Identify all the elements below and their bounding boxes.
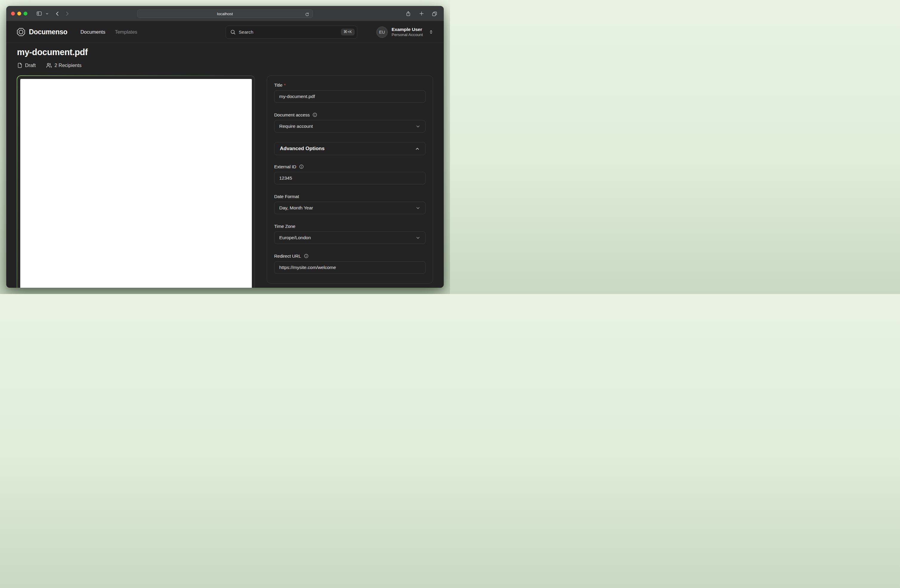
- search-input[interactable]: [239, 29, 338, 35]
- advanced-options-toggle[interactable]: Advanced Options: [274, 142, 425, 155]
- share-icon: [405, 11, 411, 17]
- app-header: Documenso Documents Templates ⌘+K EU Exa…: [6, 22, 444, 43]
- redirect-url-field-group: Redirect URL: [274, 254, 425, 274]
- document-access-label: Document access: [274, 112, 310, 118]
- title-field-label: Title: [274, 82, 282, 88]
- tab-overview-button[interactable]: [430, 9, 439, 18]
- chevrons-up-down-icon: [428, 29, 434, 34]
- status-label: Draft: [25, 63, 36, 68]
- document-preview-card: [17, 75, 255, 288]
- chevron-down-icon: [416, 235, 421, 240]
- title-input[interactable]: [274, 90, 425, 103]
- close-window-button[interactable]: [11, 12, 15, 15]
- chevron-down-icon: [416, 206, 421, 210]
- brand-name: Documenso: [29, 28, 67, 36]
- date-format-select[interactable]: Day, Month Year: [274, 202, 425, 214]
- time-zone-select[interactable]: Europe/London: [274, 231, 425, 244]
- brand[interactable]: Documenso: [16, 28, 67, 37]
- sidebar-icon: [36, 11, 42, 17]
- plus-icon: [419, 11, 424, 16]
- forward-button[interactable]: [62, 9, 71, 18]
- search-icon: [230, 29, 236, 35]
- new-tab-button[interactable]: [417, 9, 426, 18]
- address-bar-url: localhost: [217, 12, 233, 16]
- documenso-logo-icon: [16, 28, 26, 37]
- nav-item-templates[interactable]: Templates: [115, 29, 137, 35]
- redirect-url-input[interactable]: [274, 261, 425, 274]
- search-shortcut-badge: ⌘+K: [341, 29, 355, 36]
- chevron-up-icon: [415, 146, 420, 151]
- main-nav: Documents Templates: [81, 29, 137, 35]
- redirect-url-label: Redirect URL: [274, 254, 301, 258]
- users-icon: [46, 62, 52, 68]
- search-box[interactable]: ⌘+K: [226, 26, 357, 39]
- browser-window: localhost: [6, 6, 444, 288]
- document-settings-panel: Title * Document access: [267, 75, 433, 283]
- date-format-label: Date Format: [274, 194, 299, 199]
- required-asterisk: *: [284, 82, 286, 88]
- nav-item-documents[interactable]: Documents: [81, 29, 105, 35]
- date-format-field-group: Date Format Day, Month Year: [274, 194, 425, 214]
- avatar: EU: [376, 26, 388, 38]
- document-preview-frame: [17, 76, 254, 288]
- document-title-block: my-document.pdf Draft: [6, 43, 444, 68]
- time-zone-label: Time Zone: [274, 224, 295, 229]
- advanced-options-label: Advanced Options: [280, 145, 324, 152]
- info-icon[interactable]: [304, 254, 309, 258]
- info-icon[interactable]: [299, 164, 304, 169]
- pdf-page: [20, 79, 252, 288]
- tab-group-chevron-button[interactable]: [44, 9, 50, 18]
- document-access-field-group: Document access Require account: [274, 112, 425, 133]
- recipients-label: 2 Recipients: [54, 63, 82, 68]
- external-id-label: External ID: [274, 164, 296, 169]
- document-access-select[interactable]: Require account: [274, 120, 425, 133]
- reload-icon: [305, 12, 309, 17]
- traffic-lights: [11, 12, 28, 15]
- minimize-window-button[interactable]: [17, 12, 21, 15]
- time-zone-field-group: Time Zone Europe/London: [274, 224, 425, 244]
- share-button[interactable]: [404, 9, 413, 18]
- account-menu[interactable]: EU Example User Personal Account: [376, 26, 434, 38]
- account-type: Personal Account: [392, 32, 423, 37]
- sidebar-toggle-button[interactable]: [34, 9, 43, 18]
- chevron-right-icon: [64, 11, 70, 17]
- title-field-group: Title *: [274, 82, 425, 103]
- external-id-input[interactable]: [274, 172, 425, 184]
- document-access-value: Require account: [279, 124, 313, 129]
- time-zone-value: Europe/London: [279, 235, 311, 240]
- info-icon[interactable]: [312, 112, 317, 118]
- address-bar[interactable]: localhost: [137, 9, 313, 18]
- file-icon: [17, 63, 23, 68]
- tabs-icon: [431, 11, 438, 17]
- status-badge: Draft: [17, 63, 36, 68]
- browser-toolbar: localhost: [6, 6, 444, 22]
- external-id-field-group: External ID: [274, 164, 425, 184]
- app-content: Documenso Documents Templates ⌘+K EU Exa…: [6, 22, 444, 288]
- page-title: my-document.pdf: [17, 47, 433, 57]
- account-name: Example User: [392, 26, 423, 32]
- zoom-window-button[interactable]: [23, 12, 28, 15]
- back-button[interactable]: [53, 9, 62, 18]
- date-format-value: Day, Month Year: [279, 205, 313, 210]
- chevron-down-icon: [45, 12, 49, 15]
- reload-button[interactable]: [304, 11, 310, 18]
- chevron-left-icon: [54, 11, 61, 17]
- chevron-down-icon: [416, 124, 421, 129]
- recipients-badge: 2 Recipients: [46, 62, 82, 68]
